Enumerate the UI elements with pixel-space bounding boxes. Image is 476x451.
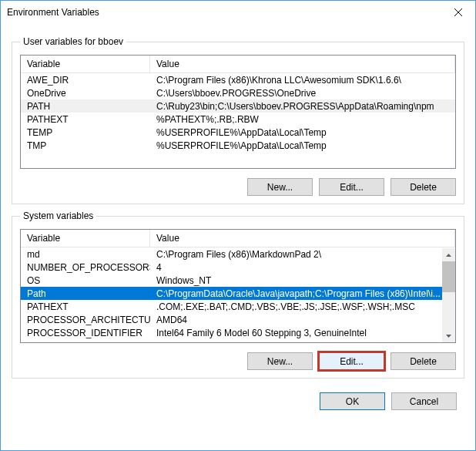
cell-variable: md [21,249,150,260]
cell-value: %USERPROFILE%\AppData\Local\Temp [150,140,455,151]
table-row[interactable]: TEMP%USERPROFILE%\AppData\Local\Temp [21,126,455,139]
column-variable[interactable]: Variable [21,56,150,72]
cell-variable: PATH [21,101,150,112]
cell-value: %USERPROFILE%\AppData\Local\Temp [150,127,455,138]
system-button-row: New... Edit... Delete [20,352,456,370]
cell-variable: OneDrive [21,88,150,99]
cell-variable: PATHEXT [21,301,150,312]
cell-variable: NUMBER_OF_PROCESSORS [21,262,150,273]
table-row[interactable]: AWE_DIRC:\Program Files (x86)\Khrona LLC… [21,73,455,86]
close-icon [454,8,462,16]
scroll-up-button[interactable] [442,248,455,261]
system-variables-group: System variables Variable Value mdC:\Pro… [12,210,464,379]
cancel-button[interactable]: Cancel [391,392,457,410]
cell-variable: Path [21,288,150,299]
cell-value: AMD64 [150,315,455,325]
system-table-body: mdC:\Program Files (x86)\MarkdownPad 2\N… [21,247,455,339]
cell-value: C:\Users\bboev.PROGRESS\OneDrive [150,88,455,99]
system-new-button[interactable]: New... [247,352,313,370]
user-variables-legend: User variables for bboev [20,36,126,47]
user-variables-table[interactable]: Variable Value AWE_DIRC:\Program Files (… [20,55,456,169]
user-variables-group: User variables for bboev Variable Value … [12,36,464,204]
cell-variable: PROCESSOR_ARCHITECTURE [21,315,150,325]
cell-value: Windows_NT [150,275,455,286]
table-row[interactable]: PROCESSOR_ARCHITECTUREAMD64 [21,313,455,326]
scrollbar-vertical[interactable] [442,248,455,342]
dialog-button-row: OK Cancel [12,392,464,410]
user-edit-button[interactable]: Edit... [319,178,384,196]
scroll-track[interactable] [442,292,455,329]
column-variable[interactable]: Variable [21,230,150,247]
system-delete-button[interactable]: Delete [391,352,456,370]
cell-variable: PROCESSOR_IDENTIFIER [21,328,150,338]
table-row[interactable]: TMP%USERPROFILE%\AppData\Local\Temp [21,139,455,152]
table-row[interactable]: PATHEXT%PATHEXT%;.RB;.RBW [21,113,455,126]
table-row[interactable]: PATHC:\Ruby23\bin;C:\Users\bboev.PROGRES… [21,99,455,113]
cell-value: C:\Program Files (x86)\Khrona LLC\Awesom… [150,75,455,86]
cell-variable: PATHEXT [21,114,150,125]
cell-value: C:\Program Files (x86)\MarkdownPad 2\ [150,249,455,260]
cell-value: C:\ProgramData\Oracle\Java\javapath;C:\P… [150,288,455,299]
user-delete-button[interactable]: Delete [391,178,456,196]
system-variables-legend: System variables [20,210,96,221]
user-new-button[interactable]: New... [247,178,313,196]
cell-value: %PATHEXT%;.RB;.RBW [150,114,455,125]
table-row[interactable]: mdC:\Program Files (x86)\MarkdownPad 2\ [21,247,455,261]
cell-variable: TMP [21,140,150,151]
user-table-body: AWE_DIRC:\Program Files (x86)\Khrona LLC… [21,73,455,152]
close-button[interactable] [441,1,475,24]
cell-variable: OS [21,275,150,286]
column-value[interactable]: Value [150,56,455,72]
table-header: Variable Value [21,56,455,73]
system-variables-table[interactable]: Variable Value mdC:\Program Files (x86)\… [20,229,456,343]
table-row[interactable]: OneDriveC:\Users\bboev.PROGRESS\OneDrive [21,86,455,99]
env-variables-dialog: Environment Variables User variables for… [0,0,476,451]
chevron-up-icon [446,254,451,257]
window-title: Environment Variables [7,7,441,18]
scroll-thumb[interactable] [442,261,455,292]
titlebar: Environment Variables [1,1,475,24]
table-row[interactable]: OSWindows_NT [21,274,455,287]
table-row[interactable]: PATHEXT.COM;.EXE;.BAT;.CMD;.VBS;.VBE;.JS… [21,300,455,313]
table-row[interactable]: PathC:\ProgramData\Oracle\Java\javapath;… [21,287,455,300]
table-row[interactable]: NUMBER_OF_PROCESSORS4 [21,261,455,274]
system-edit-button[interactable]: Edit... [319,352,384,370]
user-button-row: New... Edit... Delete [20,178,456,196]
cell-value: Intel64 Family 6 Model 60 Stepping 3, Ge… [150,328,455,338]
cell-value: 4 [150,262,455,273]
ok-button[interactable]: OK [320,392,385,410]
cell-variable: TEMP [21,127,150,138]
cell-value: .COM;.EXE;.BAT;.CMD;.VBS;.VBE;.JS;.JSE;.… [150,301,455,312]
column-value[interactable]: Value [150,230,455,247]
cell-variable: AWE_DIR [21,75,150,86]
table-row[interactable]: PROCESSOR_IDENTIFIERIntel64 Family 6 Mod… [21,326,455,339]
table-header: Variable Value [21,230,455,247]
scroll-down-button[interactable] [442,329,455,342]
cell-value: C:\Ruby23\bin;C:\Users\bboev.PROGRESS\Ap… [150,101,455,112]
dialog-content: User variables for bboev Variable Value … [1,24,475,450]
chevron-down-icon [446,335,451,338]
